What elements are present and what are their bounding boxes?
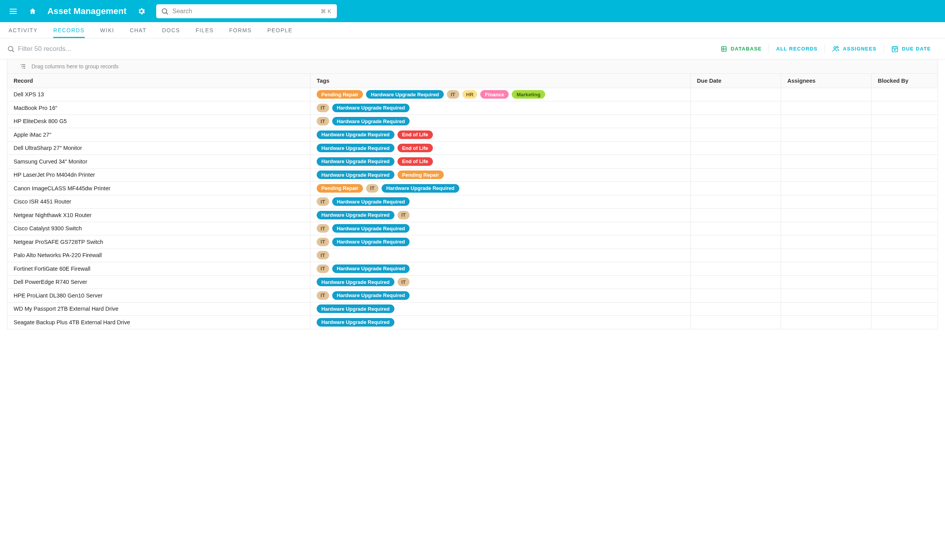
assignees-cell[interactable] — [781, 88, 872, 101]
record-cell[interactable]: Fortinet FortiGate 60E Firewall — [7, 262, 310, 276]
blocked-by-cell[interactable] — [871, 275, 938, 289]
tag-pill[interactable]: Hardware Upgrade Required — [332, 117, 410, 125]
tag-pill[interactable]: Hardware Upgrade Required — [317, 211, 394, 219]
blocked-by-cell[interactable] — [871, 262, 938, 276]
table-row[interactable]: HP EliteDesk 800 G5ITHardware Upgrade Re… — [7, 115, 938, 128]
blocked-by-cell[interactable] — [871, 141, 938, 155]
assignees-cell[interactable] — [781, 128, 872, 142]
group-by-bar[interactable]: Drag columns here to group records — [7, 59, 938, 74]
blocked-by-cell[interactable] — [871, 128, 938, 142]
due-date-cell[interactable] — [690, 182, 781, 195]
assignees-cell[interactable] — [781, 316, 872, 329]
blocked-by-cell[interactable] — [871, 182, 938, 195]
record-cell[interactable]: Apple iMac 27" — [7, 128, 310, 142]
record-cell[interactable]: Netgear Nighthawk X10 Router — [7, 209, 310, 222]
blocked-by-cell[interactable] — [871, 249, 938, 262]
table-row[interactable]: Netgear ProSAFE GS728TP SwitchITHardware… — [7, 235, 938, 249]
tab-people[interactable]: PEOPLE — [267, 22, 293, 38]
table-row[interactable]: Seagate Backup Plus 4TB External Hard Dr… — [7, 316, 938, 329]
tag-pill[interactable]: HR — [462, 90, 478, 99]
record-cell[interactable]: Palo Alto Networks PA-220 Firewall — [7, 249, 310, 262]
assignees-cell[interactable] — [781, 141, 872, 155]
tag-pill[interactable]: IT — [317, 291, 329, 300]
col-header-blocked[interactable]: Blocked By — [871, 74, 938, 88]
blocked-by-cell[interactable] — [871, 101, 938, 115]
tag-pill[interactable]: IT — [447, 90, 459, 99]
due-date-cell[interactable] — [690, 115, 781, 128]
blocked-by-cell[interactable] — [871, 155, 938, 169]
table-row[interactable]: Apple iMac 27"Hardware Upgrade RequiredE… — [7, 128, 938, 142]
table-row[interactable]: Samsung Curved 34" MonitorHardware Upgra… — [7, 155, 938, 169]
tab-chat[interactable]: CHAT — [130, 22, 146, 38]
table-row[interactable]: HPE ProLiant DL380 Gen10 ServerITHardwar… — [7, 289, 938, 303]
blocked-by-cell[interactable] — [871, 289, 938, 303]
assignees-action[interactable]: ASSIGNEES — [825, 43, 884, 54]
due-date-action[interactable]: DUE DATE — [884, 43, 938, 54]
tag-pill[interactable]: Hardware Upgrade Required — [317, 170, 394, 179]
assignees-cell[interactable] — [781, 182, 872, 195]
tag-pill[interactable]: IT — [398, 278, 410, 286]
blocked-by-cell[interactable] — [871, 115, 938, 128]
table-row[interactable]: Dell UltraSharp 27" MonitorHardware Upgr… — [7, 141, 938, 155]
record-cell[interactable]: HPE ProLiant DL380 Gen10 Server — [7, 289, 310, 303]
due-date-cell[interactable] — [690, 235, 781, 249]
tag-pill[interactable]: Hardware Upgrade Required — [332, 104, 410, 112]
tag-pill[interactable]: IT — [366, 184, 378, 193]
record-cell[interactable]: Dell XPS 13 — [7, 88, 310, 101]
due-date-cell[interactable] — [690, 302, 781, 316]
tag-pill[interactable]: Hardware Upgrade Required — [317, 304, 394, 313]
assignees-cell[interactable] — [781, 235, 872, 249]
tag-pill[interactable]: Hardware Upgrade Required — [332, 291, 410, 300]
due-date-cell[interactable] — [690, 195, 781, 209]
blocked-by-cell[interactable] — [871, 222, 938, 235]
blocked-by-cell[interactable] — [871, 302, 938, 316]
record-cell[interactable]: HP EliteDesk 800 G5 — [7, 115, 310, 128]
table-row[interactable]: Canon ImageCLASS MF445dw PrinterPending … — [7, 182, 938, 195]
table-row[interactable]: HP LaserJet Pro M404dn PrinterHardware U… — [7, 168, 938, 182]
table-row[interactable]: Netgear Nighthawk X10 RouterHardware Upg… — [7, 209, 938, 222]
record-cell[interactable]: Cisco Catalyst 9300 Switch — [7, 222, 310, 235]
col-header-record[interactable]: Record — [7, 74, 310, 88]
due-date-cell[interactable] — [690, 289, 781, 303]
tag-pill[interactable]: Pending Repair — [317, 184, 363, 193]
record-cell[interactable]: Samsung Curved 34" Monitor — [7, 155, 310, 169]
due-date-cell[interactable] — [690, 101, 781, 115]
record-cell[interactable]: Cisco ISR 4451 Router — [7, 195, 310, 209]
record-cell[interactable]: Canon ImageCLASS MF445dw Printer — [7, 182, 310, 195]
assignees-cell[interactable] — [781, 222, 872, 235]
tab-forms[interactable]: FORMS — [229, 22, 252, 38]
record-cell[interactable]: Netgear ProSAFE GS728TP Switch — [7, 235, 310, 249]
table-row[interactable]: Fortinet FortiGate 60E FirewallITHardwar… — [7, 262, 938, 276]
tag-pill[interactable]: IT — [317, 238, 329, 246]
table-row[interactable]: Cisco Catalyst 9300 SwitchITHardware Upg… — [7, 222, 938, 235]
search-input[interactable] — [156, 4, 337, 18]
tag-pill[interactable]: Hardware Upgrade Required — [366, 90, 444, 99]
database-action[interactable]: DATABASE — [713, 43, 769, 54]
tag-pill[interactable]: IT — [317, 224, 329, 233]
col-header-assign[interactable]: Assignees — [781, 74, 872, 88]
tag-pill[interactable]: Hardware Upgrade Required — [332, 197, 410, 206]
tag-pill[interactable]: Pending Repair — [317, 90, 363, 99]
tab-docs[interactable]: DOCS — [162, 22, 180, 38]
tag-pill[interactable]: Hardware Upgrade Required — [317, 130, 394, 139]
tag-pill[interactable]: IT — [317, 197, 329, 206]
tag-pill[interactable]: IT — [317, 117, 329, 125]
assignees-cell[interactable] — [781, 195, 872, 209]
blocked-by-cell[interactable] — [871, 168, 938, 182]
tag-pill[interactable]: Hardware Upgrade Required — [332, 224, 410, 233]
record-cell[interactable]: Dell UltraSharp 27" Monitor — [7, 141, 310, 155]
due-date-cell[interactable] — [690, 88, 781, 101]
tag-pill[interactable]: End of Life — [398, 130, 433, 139]
blocked-by-cell[interactable] — [871, 235, 938, 249]
tag-pill[interactable]: IT — [317, 251, 329, 259]
col-header-due[interactable]: Due Date — [690, 74, 781, 88]
blocked-by-cell[interactable] — [871, 209, 938, 222]
home-icon[interactable] — [28, 7, 37, 16]
record-cell[interactable]: Dell PowerEdge R740 Server — [7, 275, 310, 289]
blocked-by-cell[interactable] — [871, 88, 938, 101]
record-cell[interactable]: HP LaserJet Pro M404dn Printer — [7, 168, 310, 182]
tag-pill[interactable]: End of Life — [398, 144, 433, 152]
due-date-cell[interactable] — [690, 275, 781, 289]
settings-icon[interactable] — [137, 7, 146, 16]
tag-pill[interactable]: IT — [398, 211, 410, 219]
